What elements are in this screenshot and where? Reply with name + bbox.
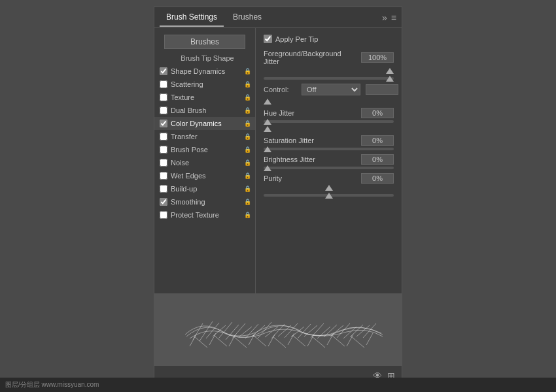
label-color-dynamics: Color Dynamics: [171, 120, 243, 127]
label-noise: Noise: [171, 159, 243, 167]
checkbox-build-up[interactable]: [160, 185, 167, 193]
lock-icon-color-dynamics: 🔒: [243, 120, 251, 127]
lock-icon-dual-brush: 🔒: [243, 106, 251, 114]
label-transfer: Transfer: [171, 133, 243, 140]
brightness-jitter-input[interactable]: 0%: [361, 154, 394, 165]
label-shape-dynamics: Shape Dynamics: [171, 67, 243, 75]
control-label: Control:: [264, 86, 296, 93]
checkbox-wet-edges[interactable]: [160, 172, 167, 180]
purity-thumb: [325, 185, 333, 191]
saturation-jitter-row: Saturation Jitter 0%: [264, 127, 394, 150]
saturation-jitter-label: Saturation Jitter: [264, 137, 314, 144]
checkbox-texture[interactable]: [160, 93, 167, 101]
label-texture: Texture: [171, 93, 243, 101]
hue-jitter-label: Hue Jitter: [264, 109, 294, 117]
brush-preview-svg: [167, 301, 389, 359]
saturation-jitter-slider[interactable]: [264, 148, 394, 150]
control-select[interactable]: Off Fade Pen Pressure Pen Tilt Stylus Wh…: [302, 84, 360, 95]
label-brush-pose: Brush Pose: [171, 146, 243, 154]
checkbox-dual-brush[interactable]: [160, 106, 167, 114]
lock-icon-scattering: 🔒: [243, 80, 251, 88]
purity-input[interactable]: 0%: [361, 173, 394, 184]
checkbox-noise[interactable]: [160, 159, 167, 167]
sidebar-item-smoothing[interactable]: Smoothing🔒: [154, 195, 255, 208]
fg-bg-jitter-row: Foreground/Background Jitter 100%: [264, 50, 394, 80]
lock-icon-build-up: 🔒: [243, 185, 251, 193]
apply-per-tip-label: Apply Per Tip: [275, 35, 318, 43]
purity-slider[interactable]: [264, 194, 394, 197]
checkbox-scattering[interactable]: [160, 80, 167, 88]
saturation-thumb: [264, 126, 271, 132]
sidebar-item-wet-edges[interactable]: Wet Edges🔒: [154, 169, 255, 182]
apply-per-tip-row: Apply Per Tip: [264, 35, 394, 43]
sidebar-item-texture[interactable]: Texture🔒: [154, 91, 255, 104]
sidebar-items-container: Shape Dynamics🔒Scattering🔒Texture🔒Dual B…: [154, 65, 255, 221]
checkbox-shape-dynamics[interactable]: [160, 67, 167, 75]
brush-tip-shape-label: Brush Tip Shape: [154, 54, 255, 62]
svg-rect-0: [167, 301, 389, 359]
checkbox-color-dynamics[interactable]: [160, 120, 167, 127]
sidebar-item-brush-pose[interactable]: Brush Pose🔒: [154, 143, 255, 156]
lock-icon-transfer: 🔒: [243, 133, 251, 140]
label-protect-texture: Protect Texture: [171, 211, 243, 219]
brightness-jitter-row: Brightness Jitter 0%: [264, 154, 394, 169]
sidebar-item-shape-dynamics[interactable]: Shape Dynamics🔒: [154, 65, 255, 78]
bottom-bar-text: 图层/分组层 www.missyuan.com: [5, 380, 99, 389]
checkbox-transfer[interactable]: [160, 133, 167, 140]
brushes-button[interactable]: Brushes: [164, 35, 245, 49]
main-content: Apply Per Tip Foreground/Background Jitt…: [256, 28, 402, 293]
lock-icon-wet-edges: 🔒: [243, 172, 251, 180]
control-row: Control: Off Fade Pen Pressure Pen Tilt …: [264, 84, 394, 95]
label-smoothing: Smoothing: [171, 198, 243, 206]
tab-brushes[interactable]: Brushes: [226, 8, 268, 27]
purity-label: Purity: [264, 174, 282, 182]
label-build-up: Build-up: [171, 185, 243, 193]
fg-bg-jitter-input[interactable]: 100%: [361, 52, 394, 63]
apply-per-tip-checkbox[interactable]: [264, 35, 272, 43]
menu-icon[interactable]: ≡: [391, 12, 396, 23]
lock-icon-texture: 🔒: [243, 93, 251, 101]
lock-icon-shape-dynamics: 🔒: [243, 67, 251, 75]
hue-jitter-row: Hue Jitter 0%: [264, 99, 394, 123]
label-wet-edges: Wet Edges: [171, 172, 243, 180]
forward-icon[interactable]: »: [382, 12, 387, 23]
tab-brush-settings[interactable]: Brush Settings: [160, 8, 224, 27]
saturation-jitter-input[interactable]: 0%: [361, 135, 394, 146]
sidebar-item-build-up[interactable]: Build-up🔒: [154, 182, 255, 195]
lock-icon-protect-texture: 🔒: [243, 211, 251, 219]
fg-bg-jitter-slider[interactable]: [264, 77, 394, 80]
sidebar-item-transfer[interactable]: Transfer🔒: [154, 130, 255, 143]
preview-area: [154, 293, 402, 365]
hue-jitter-input[interactable]: 0%: [361, 108, 394, 118]
checkbox-brush-pose[interactable]: [160, 146, 167, 154]
lock-icon-noise: 🔒: [243, 159, 251, 167]
sidebar: Brushes Brush Tip Shape Shape Dynamics🔒S…: [154, 28, 256, 293]
brightness-jitter-label: Brightness Jitter: [264, 155, 315, 163]
brightness-jitter-slider[interactable]: [264, 167, 394, 169]
sidebar-item-noise[interactable]: Noise🔒: [154, 156, 255, 169]
control-mini-input[interactable]: [366, 84, 398, 95]
sidebar-item-color-dynamics[interactable]: Color Dynamics🔒: [154, 117, 255, 130]
lock-icon-brush-pose: 🔒: [243, 146, 251, 154]
sidebar-item-scattering[interactable]: Scattering🔒: [154, 78, 255, 91]
fg-bg-thumb-row: [264, 67, 394, 74]
fg-bg-thumb: [386, 68, 394, 74]
lock-icon-smoothing: 🔒: [243, 198, 251, 206]
fg-bg-jitter-label: Foreground/Background Jitter: [264, 50, 357, 65]
sidebar-item-protect-texture[interactable]: Protect Texture🔒: [154, 208, 255, 221]
sidebar-item-dual-brush[interactable]: Dual Brush🔒: [154, 104, 255, 117]
hue-jitter-slider[interactable]: [264, 120, 394, 123]
panel-body: Brushes Brush Tip Shape Shape Dynamics🔒S…: [154, 28, 402, 293]
panel-header: Brush Settings Brushes » ≡: [154, 7, 402, 28]
bottom-bar: 图层/分组层 www.missyuan.com: [0, 378, 556, 392]
purity-row: Purity 0%: [264, 173, 394, 197]
label-scattering: Scattering: [171, 80, 243, 88]
label-dual-brush: Dual Brush: [171, 106, 243, 114]
checkbox-protect-texture[interactable]: [160, 211, 167, 219]
checkbox-smoothing[interactable]: [160, 198, 167, 206]
hue-jitter-thumb: [264, 99, 271, 105]
